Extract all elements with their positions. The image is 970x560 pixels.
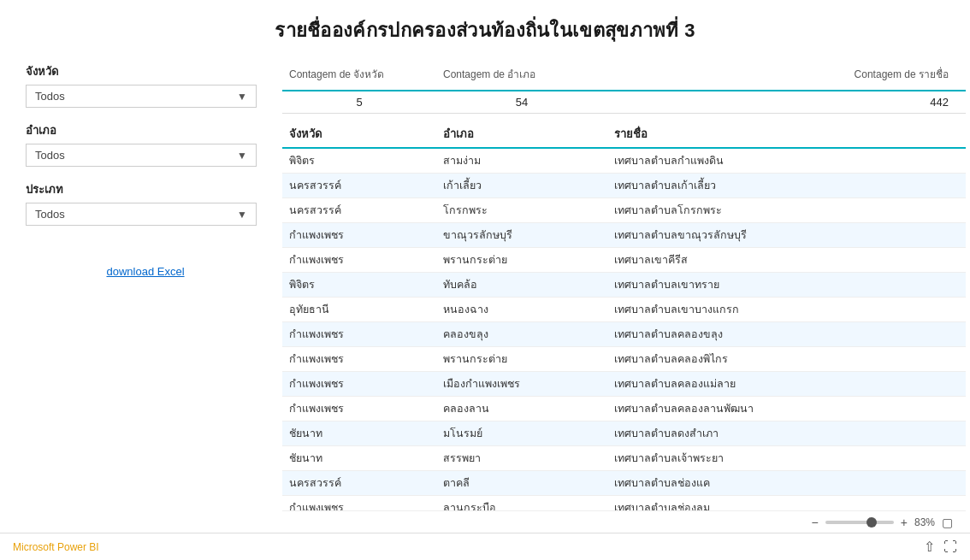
- table-cell: เทศบาลตำบลกำแพงดิน: [607, 149, 966, 173]
- summary-values-row: 5 54 442: [282, 91, 966, 114]
- table-row: พิจิตรสามง่ามเทศบาลตำบลกำแพงดิน: [282, 149, 966, 174]
- table-cell: สามง่าม: [436, 149, 607, 173]
- summary-header-name: Contagem de รายชื่อ: [607, 62, 966, 85]
- fit-to-screen-icon[interactable]: ▢: [942, 516, 953, 529]
- table-cell: กำแพงเพชร: [282, 248, 436, 272]
- zoom-plus-button[interactable]: +: [901, 516, 908, 529]
- table-header-row: จังหวัด อำเภอ รายชื่อ: [282, 121, 966, 149]
- table-row: พิจิตรทับคล้อเทศบาลตำบลเขาทราย: [282, 273, 966, 298]
- zoom-bar: − + 83% ▢: [282, 510, 966, 533]
- table-cell: กำแพงเพชร: [282, 496, 436, 510]
- table-cell: เทศบาลตำบลขาณุวรลักษบุรี: [607, 223, 966, 247]
- table-row: นครสวรรค์ตาคลีเทศบาลตำบลช่องแค: [282, 471, 966, 496]
- table-cell: กำแพงเพชร: [282, 347, 436, 371]
- table-cell: กำแพงเพชร: [282, 322, 436, 346]
- table-cell: มโนรมย์: [436, 421, 607, 445]
- filter-value-type: Todos: [35, 208, 65, 221]
- table-cell: เทศบาลตำบลคลองแม่ลาย: [607, 372, 966, 396]
- powerbi-link[interactable]: Microsoft Power BI: [13, 541, 99, 553]
- share-icon[interactable]: ⇧: [924, 539, 935, 555]
- table-cell: ตาคลี: [436, 471, 607, 495]
- summary-header-district: Contagem de อำเภอ: [436, 62, 607, 85]
- filter-value-district: Todos: [35, 149, 65, 162]
- filter-group-district: อำเภอ Todos ▼: [26, 121, 265, 167]
- table-cell: เทศบาลตำบลช่องลม: [607, 496, 966, 510]
- table-cell: เทศบาลตำบลคลองลานพัฒนา: [607, 397, 966, 421]
- expand-icon[interactable]: ⛶: [943, 539, 957, 555]
- summary-val-district: 54: [436, 94, 607, 110]
- table-row: กำแพงเพชรลานกระบือเทศบาลตำบลช่องลม: [282, 496, 966, 510]
- chevron-down-icon: ▼: [237, 91, 247, 103]
- table-row: นครสวรรค์โกรกพระเทศบาลตำบลโกรกพระ: [282, 198, 966, 223]
- table-cell: นครสวรรค์: [282, 471, 436, 495]
- table-cell: พรานกระต่าย: [436, 248, 607, 272]
- page-title: รายชื่อองค์กรปกครองส่วนท้องถิ่นในเขตสุขภ…: [275, 20, 695, 41]
- download-excel-link[interactable]: download Excel: [106, 265, 184, 278]
- table-section: Contagem de จังหวัด Contagem de อำเภอ Co…: [282, 54, 970, 533]
- table-cell: เทศบาลตำบลเจ้าพระยา: [607, 446, 966, 470]
- table-cell: เทศบาลตำบลช่องแค: [607, 471, 966, 495]
- filter-select-district[interactable]: Todos ▼: [26, 144, 257, 167]
- table-row: กำแพงเพชรคลองลานเทศบาลตำบลคลองลานพัฒนา: [282, 397, 966, 421]
- table-cell: เทศบาลตำบลดงสำเภา: [607, 421, 966, 445]
- table-row: อุทัยธานีหนองฉางเทศบาลตำบลเขาบางแกรก: [282, 298, 966, 322]
- table-row: ชัยนาทมโนรมย์เทศบาลตำบลดงสำเภา: [282, 421, 966, 446]
- col-header-district: อำเภอ: [436, 121, 607, 147]
- table-cell: พรานกระต่าย: [436, 347, 607, 371]
- table-cell: คลองลาน: [436, 397, 607, 421]
- table-cell: สรรพยา: [436, 446, 607, 470]
- table-cell: เทศบาลตำบลเก้าเลี้ยว: [607, 174, 966, 197]
- table-cell: กำแพงเพชร: [282, 397, 436, 421]
- table-cell: หนองฉาง: [436, 298, 607, 321]
- table-cell: เทศบาลตำบลคลองพิไกร: [607, 347, 966, 371]
- table-row: กำแพงเพชรเมืองกำแพงเพชรเทศบาลตำบลคลองแม่…: [282, 372, 966, 397]
- table-cell: ขาณุวรลักษบุรี: [436, 223, 607, 247]
- table-row: ชัยนาทสรรพยาเทศบาลตำบลเจ้าพระยา: [282, 446, 966, 471]
- table-row: กำแพงเพชรขาณุวรลักษบุรีเทศบาลตำบลขาณุวรล…: [282, 223, 966, 248]
- summary-header-province: Contagem de จังหวัด: [282, 62, 436, 85]
- filter-group-province: จังหวัด Todos ▼: [26, 62, 265, 108]
- zoom-slider-thumb[interactable]: [866, 517, 877, 528]
- filter-label-district: อำเภอ: [26, 121, 265, 139]
- table-cell: พิจิตร: [282, 149, 436, 173]
- table-cell: เทศบาลตำบลเขาบางแกรก: [607, 298, 966, 321]
- zoom-percent-label: 83%: [914, 516, 935, 528]
- zoom-slider[interactable]: [825, 521, 894, 524]
- table-cell: อุทัยธานี: [282, 298, 436, 321]
- chevron-down-icon-3: ▼: [237, 209, 247, 221]
- table-cell: คลองขลุง: [436, 322, 607, 346]
- filter-group-type: ประเภท Todos ▼: [26, 180, 265, 226]
- table-cell: ลานกระบือ: [436, 496, 607, 510]
- table-cell: เทศบาลตำบลโกรกพระ: [607, 198, 966, 222]
- summary-val-name: 442: [607, 94, 966, 110]
- table-cell: เทศบาลเขาคีรีส: [607, 248, 966, 272]
- table-cell: เก้าเลี้ยว: [436, 174, 607, 197]
- table-row: นครสวรรค์เก้าเลี้ยวเทศบาลตำบลเก้าเลี้ยว: [282, 174, 966, 198]
- table-cell: พิจิตร: [282, 273, 436, 297]
- summary-header-row: Contagem de จังหวัด Contagem de อำเภอ Co…: [282, 62, 966, 91]
- filter-select-province[interactable]: Todos ▼: [26, 85, 257, 108]
- zoom-minus-button[interactable]: −: [812, 516, 819, 529]
- table-cell: ชัยนาท: [282, 446, 436, 470]
- table-cell: กำแพงเพชร: [282, 372, 436, 396]
- sidebar: จังหวัด Todos ▼ อำเภอ Todos ▼ ประเภท Tod…: [0, 54, 282, 533]
- summary-val-province: 5: [282, 94, 436, 110]
- col-header-province: จังหวัด: [282, 121, 436, 147]
- chevron-down-icon-2: ▼: [237, 150, 247, 162]
- table-cell: เทศบาลตำบลเขาทราย: [607, 273, 966, 297]
- filter-label-type: ประเภท: [26, 180, 265, 198]
- title-bar: รายชื่อองค์กรปกครองส่วนท้องถิ่นในเขตสุขภ…: [0, 0, 970, 54]
- table-cell: กำแพงเพชร: [282, 223, 436, 247]
- table-cell: นครสวรรค์: [282, 174, 436, 197]
- table-row: กำแพงเพชรพรานกระต่ายเทศบาลตำบลคลองพิไกร: [282, 347, 966, 372]
- filter-label-province: จังหวัด: [26, 62, 265, 80]
- filter-value-province: Todos: [35, 90, 65, 103]
- table-cell: ชัยนาท: [282, 421, 436, 445]
- filter-select-type[interactable]: Todos ▼: [26, 203, 257, 226]
- table-cell: โกรกพระ: [436, 198, 607, 222]
- table-cell: เมืองกำแพงเพชร: [436, 372, 607, 396]
- table-cell: ทับคล้อ: [436, 273, 607, 297]
- table-row: กำแพงเพชรพรานกระต่ายเทศบาลเขาคีรีส: [282, 248, 966, 273]
- footer-bar: Microsoft Power BI ⇧ ⛶: [0, 533, 970, 560]
- table-cell: นครสวรรค์: [282, 198, 436, 222]
